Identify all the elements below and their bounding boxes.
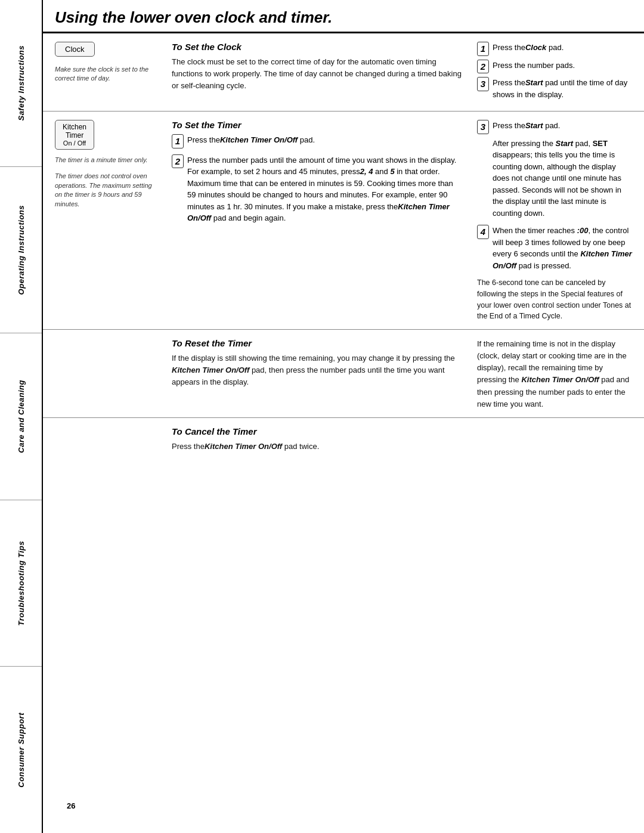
timer-step-text-1: Press theKitchen Timer On/Off pad. (187, 134, 315, 146)
timer-step-text-4: When the timer reaches :00, the control … (493, 225, 632, 271)
timer-step-text-2: Press the number pads until the amount o… (187, 154, 462, 224)
clock-body: The clock must be set to the correct tim… (172, 56, 462, 92)
kitchen-timer-label-line1: Kitchen (63, 123, 86, 131)
timer-caption2: The timer does not control oven operatio… (55, 172, 156, 209)
clock-step-num-2: 2 (477, 60, 489, 74)
main-content: Using the lower oven clock and timer. Cl… (43, 0, 644, 833)
timer-step-3: 3 Press theStart pad. (477, 120, 632, 134)
kitchen-timer-label-line2: Timer (66, 131, 83, 140)
timer-steps-right: 3 Press theStart pad. After pressing the… (477, 120, 632, 271)
timer-step-num-1: 1 (172, 134, 184, 148)
reset-heading: To Reset the Timer (172, 338, 462, 348)
timer-section: Kitchen Timer On / Off The timer is a mi… (43, 112, 644, 330)
page-title: Using the lower oven clock and timer. (55, 8, 332, 26)
reset-section-right: If the remaining time is not in the disp… (477, 338, 632, 410)
timer-step-after-text: After pressing the Start pad, SET disapp… (493, 138, 632, 219)
clock-section-center: To Set the Clock The clock must be set t… (166, 42, 467, 104)
sidebar-section-consumer: Consumer Support (0, 667, 42, 833)
kitchen-timer-button: Kitchen Timer On / Off (55, 120, 94, 150)
clock-section-right: 1 Press theClock pad. 2 Press the number… (477, 42, 632, 104)
timer-step-num-3: 3 (477, 120, 489, 134)
timer-step-3-after: After pressing the Start pad, SET disapp… (493, 138, 632, 219)
clock-heading: To Set the Clock (172, 42, 462, 52)
timer-step-4: 4 When the timer reaches :00, the contro… (477, 225, 632, 271)
sidebar-label-operating: Operating Instructions (17, 205, 26, 295)
timer-section-center: To Set the Timer 1 Press theKitchen Time… (166, 120, 467, 228)
clock-step-text-2: Press the number pads. (493, 60, 575, 72)
clock-step-2: 2 Press the number pads. (477, 60, 632, 74)
sidebar-section-operating: Operating Instructions (0, 167, 42, 334)
sidebar-label-care: Care and Cleaning (17, 380, 26, 453)
cancel-section: To Cancel the Timer Press theKitchen Tim… (43, 418, 644, 460)
cancel-section-right (477, 426, 632, 453)
timer-step-num-2: 2 (172, 154, 184, 169)
sidebar-label-troubleshooting: Troubleshooting Tips (17, 541, 26, 625)
sidebar: Safety Instructions Operating Instructio… (0, 0, 43, 833)
reset-section-center: To Reset the Timer If the display is sti… (166, 338, 467, 410)
clock-section: Clock Make sure the clock is set to the … (43, 33, 644, 112)
cancel-heading: To Cancel the Timer (172, 426, 462, 436)
clock-step-text-1: Press theClock pad. (493, 42, 564, 54)
cancel-section-left (55, 426, 156, 453)
sidebar-section-care: Care and Cleaning (0, 333, 42, 500)
clock-step-num-3: 3 (477, 77, 489, 91)
cancel-body: Press theKitchen Timer On/Off pad twice. (172, 441, 462, 453)
reset-body-left: If the display is still showing the time… (172, 352, 462, 388)
timer-step-num-4: 4 (477, 225, 489, 239)
reset-section-left (55, 338, 156, 410)
timer-steps-left: 1 Press theKitchen Timer On/Off pad. 2 P… (172, 134, 462, 224)
kitchen-timer-label-line3: On / Off (63, 140, 86, 147)
clock-caption: Make sure the clock is set to the correc… (55, 65, 156, 83)
timer-step-2: 2 Press the number pads until the amount… (172, 154, 462, 224)
cancel-section-center: To Cancel the Timer Press theKitchen Tim… (166, 426, 467, 453)
clock-section-left: Clock Make sure the clock is set to the … (55, 42, 156, 104)
timer-step-1: 1 Press theKitchen Timer On/Off pad. (172, 134, 462, 148)
sidebar-section-troubleshooting: Troubleshooting Tips (0, 500, 42, 667)
clock-step-1: 1 Press theClock pad. (477, 42, 632, 56)
reset-body-right: If the remaining time is not in the disp… (477, 338, 632, 410)
timer-caption1: The timer is a minute timer only. (55, 156, 148, 165)
page-number: 26 (55, 797, 87, 815)
timer-heading: To Set the Timer (172, 120, 462, 130)
timer-section-right: 3 Press theStart pad. After pressing the… (477, 120, 632, 322)
page-title-bar: Using the lower oven clock and timer. (43, 0, 644, 33)
timer-step-text-3: Press theStart pad. (493, 120, 560, 132)
timer-footer: The 6-second tone can be canceled by fol… (477, 277, 632, 322)
sidebar-section-safety: Safety Instructions (0, 0, 42, 167)
clock-steps: 1 Press theClock pad. 2 Press the number… (477, 42, 632, 100)
sidebar-label-consumer: Consumer Support (17, 713, 26, 788)
clock-step-3: 3 Press theStart pad until the time of d… (477, 77, 632, 100)
timer-section-left: Kitchen Timer On / Off The timer is a mi… (55, 120, 156, 209)
sidebar-label-safety: Safety Instructions (17, 45, 26, 121)
clock-button-graphic: Clock (55, 42, 95, 57)
clock-step-num-1: 1 (477, 42, 489, 56)
reset-section: To Reset the Timer If the display is sti… (43, 330, 644, 418)
clock-step-text-3: Press theStart pad until the time of day… (493, 77, 632, 100)
